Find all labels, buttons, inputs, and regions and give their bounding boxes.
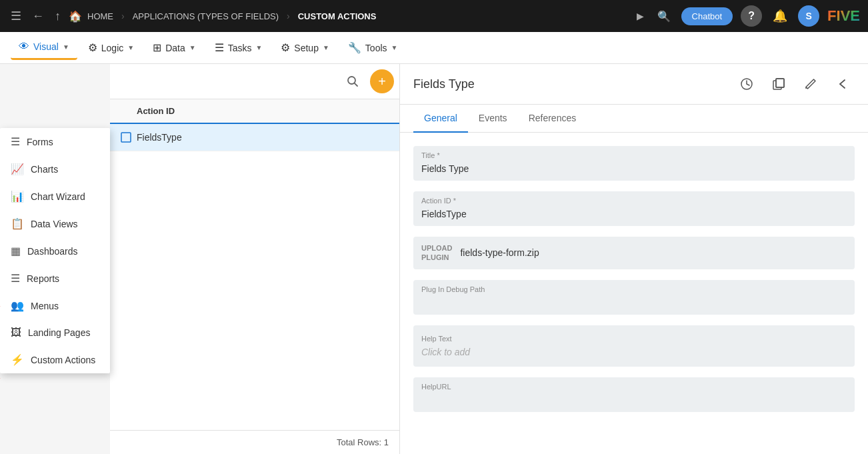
nav-tools-label: Tools bbox=[365, 43, 387, 53]
right-panel: Fields Type bbox=[400, 64, 868, 454]
help-text-value: Click to add bbox=[421, 347, 847, 357]
breadcrumb-sep1: › bbox=[121, 11, 125, 21]
tools-dropdown-arrow: ▼ bbox=[391, 44, 398, 51]
dropdown-forms-label: Forms bbox=[27, 137, 53, 147]
setup-dropdown-arrow: ▼ bbox=[323, 44, 329, 51]
dropdown-item-landing-pages[interactable]: 🖼 Landing Pages bbox=[0, 319, 110, 346]
panel-title: Fields Type bbox=[413, 77, 735, 91]
debug-path-input[interactable] bbox=[421, 296, 847, 309]
dropdown-item-reports[interactable]: ☰ Reports bbox=[0, 265, 110, 292]
add-button[interactable]: + bbox=[370, 69, 394, 93]
back-panel-button[interactable] bbox=[831, 72, 855, 96]
left-panel: + Action ID FieldsType Total Rows: 1 bbox=[110, 64, 400, 454]
notification-icon[interactable]: 🔔 bbox=[770, 6, 790, 26]
title-input[interactable] bbox=[421, 162, 847, 175]
svg-rect-2 bbox=[121, 133, 131, 142]
nav-setup[interactable]: ⚙ Setup ▼ bbox=[273, 36, 337, 59]
dropdown-item-menus[interactable]: 👥 Menus bbox=[0, 292, 110, 319]
data-dropdown-arrow: ▼ bbox=[189, 44, 196, 51]
upload-label: UPLOAD PLUGIN bbox=[421, 243, 452, 263]
table-footer: Total Rows: 1 bbox=[110, 430, 399, 454]
user-avatar[interactable]: S bbox=[798, 5, 819, 27]
action-id-field: Action ID * bbox=[413, 191, 855, 226]
debug-path-label: Plug In Debug Path bbox=[421, 285, 847, 293]
action-id-cell: FieldsType bbox=[137, 132, 389, 143]
checkbox-header bbox=[121, 106, 137, 116]
visual-dropdown-menu: ☰ Forms 📈 Charts 📊 Chart Wizard 📋 Data V… bbox=[0, 128, 110, 373]
history-button[interactable] bbox=[735, 72, 759, 96]
helpurl-label: HelpURL bbox=[421, 383, 847, 391]
breadcrumb-home[interactable]: HOME bbox=[87, 11, 113, 21]
nav-data[interactable]: ⊞ Data ▼ bbox=[145, 36, 203, 59]
chatbot-button[interactable]: Chatbot bbox=[681, 7, 733, 25]
upload-label-line2: PLUGIN bbox=[421, 253, 452, 262]
up-button[interactable]: ↑ bbox=[52, 7, 63, 26]
tab-references[interactable]: References bbox=[518, 105, 587, 133]
setup-icon: ⚙ bbox=[281, 41, 290, 54]
five-logo-text: FIVE bbox=[827, 7, 860, 25]
action-id-header: Action ID bbox=[137, 106, 389, 116]
tasks-icon: ☰ bbox=[215, 41, 224, 54]
title-field: Title * bbox=[413, 146, 855, 181]
dropdown-item-chart-wizard[interactable]: 📊 Chart Wizard bbox=[0, 183, 110, 210]
panel-actions bbox=[735, 72, 855, 96]
five-logo: FIVE bbox=[827, 7, 860, 25]
upload-label-line1: UPLOAD bbox=[421, 243, 452, 253]
logic-icon: ⚙ bbox=[88, 41, 97, 54]
tab-events[interactable]: Events bbox=[468, 105, 518, 133]
upload-value: fields-type-form.zip bbox=[460, 247, 539, 258]
nav-logic[interactable]: ⚙ Logic ▼ bbox=[80, 36, 142, 59]
reports-icon: ☰ bbox=[11, 272, 20, 285]
help-button[interactable]: ? bbox=[741, 5, 762, 27]
action-id-label: Action ID * bbox=[421, 197, 847, 205]
tasks-dropdown-arrow: ▼ bbox=[255, 44, 262, 51]
help-text-label: Help Text bbox=[421, 335, 847, 343]
dropdown-reports-label: Reports bbox=[27, 273, 59, 284]
visual-dropdown-arrow: ▼ bbox=[63, 43, 69, 51]
back-button[interactable]: ← bbox=[29, 7, 47, 26]
edit-button[interactable] bbox=[799, 72, 823, 96]
nav-tasks[interactable]: ☰ Tasks ▼ bbox=[207, 36, 271, 59]
search-button[interactable] bbox=[341, 69, 365, 93]
menu-icon[interactable]: ☰ bbox=[8, 6, 24, 26]
helpurl-input[interactable] bbox=[421, 393, 847, 407]
title-label: Title * bbox=[421, 151, 847, 159]
landing-pages-icon: 🖼 bbox=[11, 327, 21, 339]
top-bar: ☰ ← ↑ 🏠 HOME › APPLICATIONS (TYPES OF FI… bbox=[0, 0, 868, 32]
nav-bar: 👁 Visual ▼ ⚙ Logic ▼ ⊞ Data ▼ ☰ Tasks ▼ … bbox=[0, 32, 868, 64]
action-id-input[interactable] bbox=[421, 207, 847, 221]
menus-icon: 👥 bbox=[11, 299, 24, 312]
dropdown-item-data-views[interactable]: 📋 Data Views bbox=[0, 210, 110, 237]
nav-visual[interactable]: 👁 Visual ▼ bbox=[11, 35, 77, 60]
visual-icon: 👁 bbox=[19, 41, 29, 53]
nav-tools[interactable]: 🔧 Tools ▼ bbox=[340, 36, 406, 59]
custom-actions-icon: ⚡ bbox=[11, 353, 24, 366]
dropdown-item-charts[interactable]: 📈 Charts bbox=[0, 155, 110, 183]
play-icon[interactable]: ▶ bbox=[634, 8, 647, 24]
dropdown-custom-actions-label: Custom Actions bbox=[31, 355, 95, 365]
top-bar-right: ▶ 🔍 Chatbot ? 🔔 S FIVE bbox=[634, 5, 860, 27]
data-views-icon: 📋 bbox=[11, 217, 24, 230]
svg-line-1 bbox=[355, 83, 357, 86]
tab-general[interactable]: General bbox=[413, 105, 468, 133]
dropdown-dashboards-label: Dashboards bbox=[27, 246, 78, 257]
upload-field-container[interactable]: UPLOAD PLUGIN fields-type-form.zip bbox=[413, 237, 855, 269]
dropdown-chart-wizard-label: Chart Wizard bbox=[31, 191, 85, 202]
dropdown-item-forms[interactable]: ☰ Forms bbox=[0, 128, 110, 155]
help-text-field[interactable]: Help Text Click to add bbox=[413, 325, 855, 367]
tools-icon: 🔧 bbox=[348, 41, 361, 54]
dropdown-item-dashboards[interactable]: ▦ Dashboards bbox=[0, 237, 110, 265]
nav-tasks-label: Tasks bbox=[228, 43, 252, 53]
logic-dropdown-arrow: ▼ bbox=[127, 44, 134, 51]
dropdown-item-custom-actions[interactable]: ⚡ Custom Actions bbox=[0, 346, 110, 373]
copy-button[interactable] bbox=[767, 72, 791, 96]
breadcrumb-applications[interactable]: APPLICATIONS (TYPES OF FIELDS) bbox=[133, 11, 279, 21]
topbar-search-icon[interactable]: 🔍 bbox=[655, 7, 673, 25]
dashboards-icon: ▦ bbox=[11, 245, 21, 257]
left-panel-toolbar: + bbox=[110, 64, 399, 99]
main-layout: ☰ Forms 📈 Charts 📊 Chart Wizard 📋 Data V… bbox=[0, 64, 868, 454]
table-row[interactable]: FieldsType bbox=[110, 124, 399, 151]
right-panel-header: Fields Type bbox=[400, 64, 868, 105]
nav-logic-label: Logic bbox=[101, 43, 123, 53]
data-icon: ⊞ bbox=[153, 41, 161, 54]
